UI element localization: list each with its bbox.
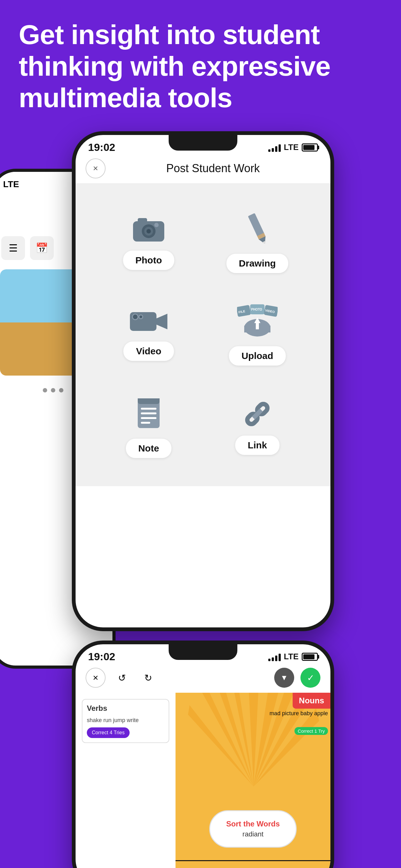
note-icon xyxy=(135,397,163,431)
nouns-header: Nouns xyxy=(293,693,330,709)
svg-marker-11 xyxy=(157,314,167,329)
second-battery-fill xyxy=(303,654,314,659)
phone-second-notch xyxy=(169,644,237,660)
phone-notch xyxy=(169,135,237,151)
phone-main: 19:02 LTE × Post Student Work xyxy=(72,131,334,631)
signal-bars-icon xyxy=(268,143,281,152)
svg-rect-28 xyxy=(141,412,157,414)
svg-point-5 xyxy=(154,223,159,227)
verbs-correct-btn[interactable]: Correct 4 Tries xyxy=(87,727,130,738)
undo-btn[interactable]: ↺ xyxy=(112,668,132,688)
dropdown-btn[interactable]: ▼ xyxy=(274,668,294,688)
sort-words-oval: Sort the Words radiant xyxy=(209,810,297,848)
camera-icon xyxy=(132,215,166,243)
note-button[interactable]: Note xyxy=(126,439,172,458)
lte-icon: LTE xyxy=(284,143,299,152)
comic-bg: Nouns mad picture baby apple Correct 1 T… xyxy=(175,693,330,868)
upload-option[interactable]: FILE PHOTO VIDEO Upload xyxy=(203,289,312,381)
photo-option[interactable]: Photo xyxy=(94,196,203,289)
second-content: Verbs shake run jump write Correct 4 Tri… xyxy=(75,693,330,868)
svg-rect-1 xyxy=(138,218,147,222)
link-button[interactable]: Link xyxy=(235,436,279,455)
battery-fill xyxy=(303,145,314,150)
left-phone-signal: LTE xyxy=(3,179,19,189)
check-btn[interactable]: ✓ xyxy=(300,668,321,688)
video-option[interactable]: Video xyxy=(94,289,203,381)
second-battery-icon xyxy=(302,653,318,661)
svg-rect-27 xyxy=(141,408,157,410)
redo-btn[interactable]: ↻ xyxy=(138,668,158,688)
nouns-correct: Correct 1 Try xyxy=(295,727,328,735)
svg-point-4 xyxy=(146,229,151,234)
second-close-btn[interactable]: × xyxy=(86,668,106,688)
status-time: 19:02 xyxy=(88,141,115,153)
dot-2 xyxy=(51,388,55,393)
svg-rect-26 xyxy=(138,398,160,402)
video-button[interactable]: Video xyxy=(123,342,174,361)
verbs-panel: Verbs shake run jump write Correct 4 Tri… xyxy=(75,693,175,868)
upload-icon: FILE PHOTO VIDEO xyxy=(237,304,278,339)
second-status-icons: LTE xyxy=(268,652,318,661)
nouns-words: mad picture baby apple xyxy=(269,708,328,718)
menu-icon-btn[interactable]: ☰ xyxy=(1,236,25,260)
verbs-words: shake run jump write xyxy=(87,716,164,725)
verbs-box: Verbs shake run jump write Correct 4 Tri… xyxy=(82,699,169,743)
dot-3 xyxy=(59,388,63,393)
calendar-icon-btn[interactable]: 📅 xyxy=(30,236,54,260)
video-icon xyxy=(128,309,169,334)
svg-rect-23 xyxy=(256,322,259,329)
hero-text: Get insight into student thinking with e… xyxy=(19,19,382,114)
comic-bottom-edge xyxy=(175,860,330,868)
pencil-icon xyxy=(243,212,271,246)
battery-icon xyxy=(302,144,318,152)
svg-point-12 xyxy=(132,314,138,320)
second-lte-icon: LTE xyxy=(284,652,299,661)
header-title: Post Student Work xyxy=(106,162,321,175)
sort-words-title: Sort the Words xyxy=(226,819,280,828)
dot-1 xyxy=(43,388,47,393)
second-status-time: 19:02 xyxy=(88,651,115,663)
options-grid: Photo Drawing xyxy=(75,184,330,486)
status-icons: LTE xyxy=(268,143,318,152)
post-student-work-header: × Post Student Work xyxy=(75,153,330,184)
close-button[interactable]: × xyxy=(86,158,106,178)
drawing-option[interactable]: Drawing xyxy=(203,196,312,289)
svg-point-13 xyxy=(139,315,143,319)
svg-rect-29 xyxy=(141,417,157,419)
second-signal-bars xyxy=(268,652,281,661)
photo-button[interactable]: Photo xyxy=(123,251,175,270)
svg-text:PHOTO: PHOTO xyxy=(251,308,262,311)
link-icon xyxy=(239,400,276,428)
phone-second: 19:02 LTE × ↺ ↻ ▼ ✓ Verbs shake run jump… xyxy=(72,641,334,868)
second-toolbar: × ↺ ↻ ▼ ✓ xyxy=(75,663,330,693)
drawing-button[interactable]: Drawing xyxy=(226,254,288,273)
comic-panel: Nouns mad picture baby apple Correct 1 T… xyxy=(175,693,330,868)
svg-rect-30 xyxy=(141,422,150,424)
sort-words-word: radiant xyxy=(242,830,263,838)
link-option[interactable]: Link xyxy=(203,381,312,474)
verbs-title: Verbs xyxy=(87,704,164,713)
note-option[interactable]: Note xyxy=(94,381,203,474)
upload-button[interactable]: Upload xyxy=(229,346,286,366)
